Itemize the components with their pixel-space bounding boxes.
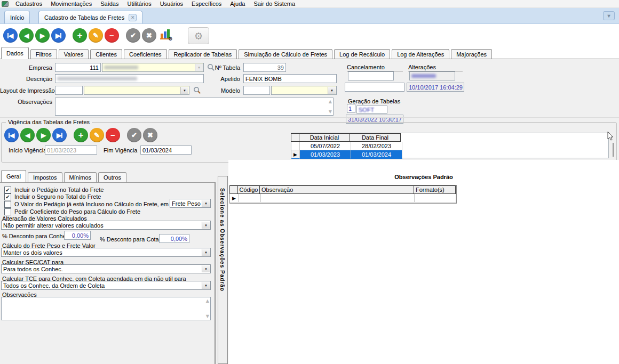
next-record-button[interactable]: ▶: [35, 28, 50, 43]
menu-movimentacoes[interactable]: Movimentações: [46, 0, 96, 8]
descricao-field[interactable]: [55, 74, 204, 83]
grid-scrollbar[interactable]: [613, 143, 614, 157]
modelo-code-field[interactable]: [243, 86, 270, 95]
next-record-icon: ▶: [57, 132, 61, 139]
frete-peso-combo[interactable]: Frete Peso ▼: [170, 199, 211, 208]
vigencia-first-button[interactable]: ◀: [4, 128, 19, 142]
checkbox-pedagio-incluso[interactable]: O Valor do Pedágio já está Incluso no Cá…: [4, 201, 170, 208]
tab-impostos[interactable]: Impostos: [28, 172, 62, 182]
vigencia-grid-row-selected[interactable]: ▶ 01/03/2023 01/03/2024: [291, 150, 608, 159]
vigencia-next-button[interactable]: ▶: [36, 128, 51, 142]
observacoes-textarea[interactable]: ▲ ▼: [55, 98, 334, 116]
calculo-frete-combo[interactable]: Manter os dois valores ▼: [1, 248, 211, 257]
tab-log-recalculo[interactable]: Log de Recálculo: [334, 49, 390, 59]
menu-utilitarios[interactable]: Utilitários: [123, 0, 155, 8]
edit-button[interactable]: ✎: [89, 28, 103, 43]
desconto-conhec-field[interactable]: 0,00%: [64, 231, 91, 240]
fim-vigencia-field[interactable]: 01/03/2024: [140, 145, 192, 155]
menu-usuarios[interactable]: Usuários: [156, 0, 187, 8]
vigencia-edit-button[interactable]: ✎: [90, 128, 104, 142]
tab-geral[interactable]: Geral: [1, 170, 26, 182]
chart-bar-icon: [164, 31, 166, 38]
vigencia-cancel-button[interactable]: ✖: [143, 128, 157, 142]
chart-report-button[interactable]: ⚙: [160, 28, 172, 40]
selecionar-observacoes-strip[interactable]: Selecione as Observações Padrão: [218, 176, 228, 364]
app-icon: [2, 1, 9, 7]
menu-saidas[interactable]: Saídas: [96, 0, 123, 8]
tab-simulacao[interactable]: Simulação de Cálculo de Fretes: [239, 49, 332, 59]
inicio-vigencia-field[interactable]: 01/03/2023: [45, 145, 97, 155]
previous-record-button[interactable]: ◀: [19, 28, 34, 43]
search-icon[interactable]: [207, 63, 215, 71]
window-tab-current[interactable]: Cadastro de Tabelas de Fretes ✕: [38, 11, 142, 23]
vigencia-previous-button[interactable]: ◀: [20, 128, 35, 142]
menu-ajuda[interactable]: Ajuda: [226, 0, 249, 8]
empresa-combo[interactable]: ▼: [102, 63, 204, 72]
scroll-up-icon[interactable]: ▲: [206, 298, 209, 303]
scroll-down-icon[interactable]: ▼: [329, 109, 332, 114]
obs-grid-row[interactable]: ▶: [230, 194, 456, 203]
modelo-combo[interactable]: ▼: [271, 86, 337, 95]
menu-cadastros[interactable]: Cadastros: [11, 0, 46, 8]
settings-button[interactable]: ⚙: [188, 27, 209, 44]
vigencia-confirm-button[interactable]: ✔: [127, 128, 141, 142]
tab-dados[interactable]: Dados: [1, 47, 29, 59]
add-button[interactable]: +: [73, 28, 87, 43]
inicio-vigencia-label: Início Vigência: [9, 147, 46, 153]
dropdown-arrow-icon[interactable]: ▼: [195, 64, 203, 71]
tab-majoracoes[interactable]: Majorações: [451, 49, 492, 59]
alteracao-valores-value: Não permitir alterar valores calculados: [3, 222, 104, 229]
menu-sair[interactable]: Sair do Sistema: [249, 0, 299, 8]
chevron-down-icon: ▾: [607, 13, 610, 19]
tab-label: Majorações: [456, 51, 487, 58]
dropdown-arrow-icon[interactable]: ▼: [202, 200, 210, 207]
tab-valores[interactable]: Valores: [59, 49, 89, 59]
tab-filtros[interactable]: Filtros: [30, 49, 57, 59]
tab-label: Clientes: [96, 51, 117, 58]
alteracao-valores-combo[interactable]: Não permitir alterar valores calculados …: [1, 221, 211, 230]
vigencia-grid-row[interactable]: 05/07/2022 28/02/2023: [291, 142, 608, 150]
dropdown-arrow-icon[interactable]: ▼: [202, 282, 210, 289]
empresa-code-field[interactable]: 111: [55, 63, 101, 72]
tab-clientes[interactable]: Clientes: [90, 49, 122, 59]
tab-coeficientes[interactable]: Coeficientes: [124, 49, 167, 59]
vigencia-delete-button[interactable]: −: [106, 128, 120, 142]
vigencia-grid: Data Inicial Data Final 05/07/2022 28/02…: [291, 133, 609, 158]
vigencia-last-button[interactable]: ▶: [52, 128, 67, 142]
dropdown-arrow-icon[interactable]: ▼: [202, 265, 210, 272]
checkbox-pedagio-total[interactable]: ✔ Incluir o Pedágio no Total do Frete: [4, 187, 207, 193]
scroll-down-icon[interactable]: ▼: [206, 314, 209, 319]
scroll-up-icon[interactable]: ▲: [329, 99, 332, 104]
layout-code-field[interactable]: [55, 86, 83, 95]
row-pointer-icon: ▶: [293, 152, 297, 157]
dropdown-arrow-icon[interactable]: ▼: [328, 87, 336, 94]
vigencia-add-button[interactable]: +: [74, 128, 88, 142]
first-record-button[interactable]: ◀: [3, 28, 18, 43]
sec-cat-combo[interactable]: Para todos os Conhec. ▼: [1, 264, 211, 273]
menu-especificos[interactable]: Específicos: [187, 0, 226, 8]
tab-replicador[interactable]: Replicador de Tabelas: [169, 49, 237, 59]
tab-log-alteracoes[interactable]: Log de Alterações: [392, 49, 449, 59]
dropdown-arrow-icon[interactable]: ▼: [202, 249, 210, 256]
cancel-button[interactable]: ✖: [142, 28, 156, 43]
tce-combo[interactable]: Todos os Conhec. da Ordem de Coleta ▼: [1, 281, 211, 290]
tab-list-chevron-button[interactable]: ▾: [603, 11, 615, 20]
geral-observacoes-textarea[interactable]: ▲ ▼: [1, 297, 211, 320]
checkbox-coeficiente-peso[interactable]: Pedir Coeficiente do Peso para Cálculo d…: [4, 208, 207, 215]
delete-button[interactable]: −: [105, 28, 119, 43]
n-tabela-field[interactable]: 39: [243, 63, 286, 72]
close-tab-icon[interactable]: ✕: [129, 14, 137, 21]
layout-combo[interactable]: ▼: [84, 86, 189, 95]
search-icon[interactable]: [193, 86, 201, 94]
tab-minimos[interactable]: Mínimos: [64, 172, 97, 182]
confirm-button[interactable]: ✔: [126, 28, 140, 43]
tab-outros[interactable]: Outros: [98, 172, 126, 182]
dropdown-arrow-icon[interactable]: ▼: [202, 222, 210, 229]
apelido-field[interactable]: FENIX BOMB: [243, 74, 337, 83]
checkbox-checked-icon: ✔: [4, 187, 11, 193]
last-record-button[interactable]: ▶: [51, 28, 66, 43]
window-tab-inicio[interactable]: Início: [4, 11, 30, 23]
dropdown-arrow-icon[interactable]: ▼: [180, 87, 188, 94]
desconto-cotacao-field[interactable]: 0,00%: [159, 234, 189, 243]
redacted-text: [57, 77, 137, 80]
